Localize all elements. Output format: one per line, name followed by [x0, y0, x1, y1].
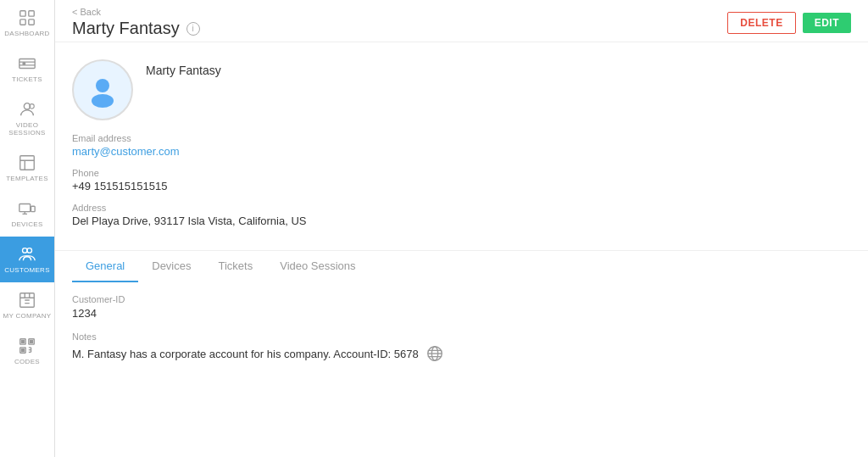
sidebar-item-my-company-label: My Company	[3, 312, 52, 320]
svg-point-21	[92, 94, 114, 108]
my-company-icon	[18, 291, 36, 309]
templates-icon	[18, 153, 36, 172]
email-field: Email address marty@customer.com	[72, 133, 851, 158]
tab-content-general: Customer-ID 1234 Notes M. Fantasy has a …	[55, 281, 868, 387]
svg-point-11	[23, 248, 28, 254]
tabs-row: General Devices Tickets Video Sessions	[72, 251, 851, 281]
codes-icon	[18, 337, 36, 355]
page-title: Marty Fantasy	[72, 19, 180, 38]
info-icon[interactable]: i	[186, 22, 200, 36]
sidebar: Dashboard Tickets Video Sessions Templat…	[0, 0, 55, 457]
dashboard-icon	[18, 8, 36, 27]
notes-field: Notes M. Fantasy has a corporate account…	[72, 332, 851, 363]
topbar: Back Marty Fantasy i DELETE EDIT	[55, 0, 868, 42]
sidebar-item-devices[interactable]: Devices	[0, 191, 54, 237]
customer-id-label: Customer-ID	[72, 294, 851, 304]
svg-point-5	[23, 63, 25, 65]
svg-rect-3	[29, 20, 34, 25]
sidebar-item-tickets[interactable]: Tickets	[0, 46, 54, 92]
tab-tickets[interactable]: Tickets	[205, 251, 267, 282]
topbar-actions: DELETE EDIT	[727, 12, 851, 34]
svg-rect-1	[29, 11, 34, 16]
sidebar-item-dashboard-label: Dashboard	[4, 30, 49, 37]
customers-icon	[18, 245, 36, 264]
address-value: Del Playa Drive, 93117 Isla Vista, Calif…	[72, 215, 851, 227]
customer-id-value: 1234	[72, 307, 851, 320]
svg-point-20	[96, 79, 109, 92]
main-content: Back Marty Fantasy i DELETE EDIT Marty F…	[55, 0, 868, 457]
contact-section: Email address marty@customer.com Phone +…	[55, 133, 868, 250]
email-value[interactable]: marty@customer.com	[72, 145, 851, 158]
svg-rect-19	[22, 349, 25, 352]
profile-section: Marty Fantasy	[55, 42, 868, 133]
svg-rect-2	[20, 20, 25, 25]
translate-icon[interactable]	[426, 344, 444, 363]
page-title-row: Marty Fantasy i	[72, 19, 200, 38]
tab-general[interactable]: General	[72, 251, 138, 282]
svg-rect-9	[19, 204, 31, 212]
address-field: Address Del Playa Drive, 93117 Isla Vist…	[72, 203, 851, 227]
tab-devices[interactable]: Devices	[138, 251, 204, 282]
phone-label: Phone	[72, 168, 851, 178]
sidebar-item-templates-label: Templates	[6, 175, 48, 182]
topbar-left: Back Marty Fantasy i	[72, 7, 200, 38]
svg-rect-17	[22, 341, 25, 343]
devices-icon	[18, 199, 36, 218]
svg-rect-8	[20, 156, 35, 170]
email-label: Email address	[72, 133, 851, 143]
sidebar-item-templates[interactable]: Templates	[0, 145, 54, 191]
sidebar-item-devices-label: Devices	[11, 220, 42, 228]
sidebar-item-video-sessions-label: Video Sessions	[0, 121, 54, 137]
svg-point-12	[27, 248, 32, 254]
notes-row: M. Fantasy has a corporate account for h…	[72, 344, 851, 363]
sidebar-item-customers-label: Customers	[4, 266, 50, 274]
edit-button[interactable]: EDIT	[803, 13, 851, 33]
sidebar-item-video-sessions[interactable]: Video Sessions	[0, 92, 54, 145]
tickets-icon	[18, 54, 36, 73]
sidebar-item-tickets-label: Tickets	[12, 75, 42, 83]
back-link[interactable]: Back	[72, 7, 200, 17]
svg-rect-4	[19, 59, 35, 69]
tab-video-sessions[interactable]: Video Sessions	[266, 251, 369, 282]
sidebar-item-dashboard[interactable]: Dashboard	[0, 0, 54, 46]
sidebar-item-my-company[interactable]: My Company	[0, 282, 54, 328]
avatar-icon	[85, 72, 120, 108]
sidebar-item-codes-label: Codes	[14, 358, 40, 365]
sidebar-item-codes[interactable]: Codes	[0, 328, 54, 374]
notes-label: Notes	[72, 332, 851, 342]
phone-value: +49 151515151515	[72, 180, 851, 192]
tabs-section: General Devices Tickets Video Sessions	[55, 250, 868, 281]
phone-field: Phone +49 151515151515	[72, 168, 851, 192]
svg-rect-10	[31, 206, 36, 211]
svg-rect-18	[31, 341, 33, 343]
notes-value: M. Fantasy has a corporate account for h…	[72, 348, 419, 360]
avatar	[72, 59, 133, 120]
customer-id-field: Customer-ID 1234	[72, 294, 851, 320]
delete-button[interactable]: DELETE	[727, 12, 795, 34]
address-label: Address	[72, 203, 851, 213]
avatar-name: Marty Fantasy	[146, 59, 221, 77]
sidebar-item-customers[interactable]: Customers	[0, 237, 54, 282]
svg-rect-0	[20, 11, 25, 16]
video-sessions-icon	[18, 100, 36, 119]
